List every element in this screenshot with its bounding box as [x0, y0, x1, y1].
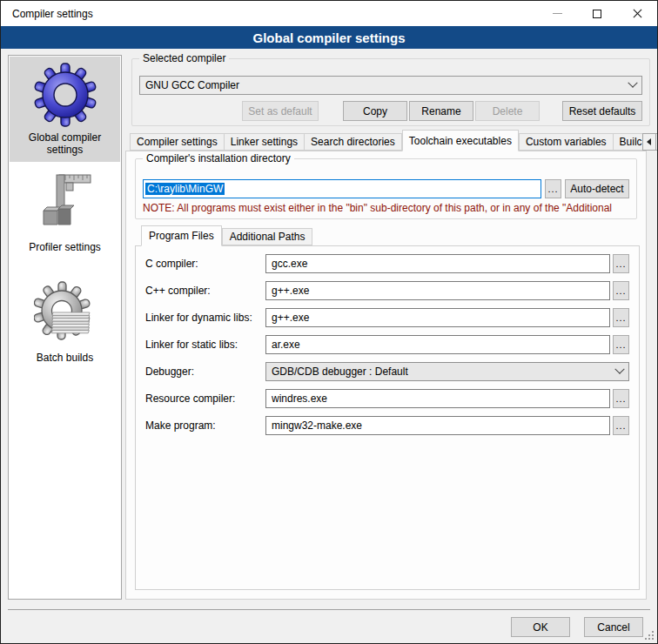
static-linker-label: Linker for static libs:: [145, 339, 265, 351]
maximize-button[interactable]: [577, 1, 617, 26]
tab-toolchain-executables[interactable]: Toolchain executables: [402, 130, 519, 151]
dynamic-linker-input[interactable]: [265, 308, 610, 327]
resource-compiler-browse-button[interactable]: ...: [613, 389, 629, 408]
compiler-select-value: GNU GCC Compiler: [145, 79, 629, 91]
maximize-icon: [593, 10, 601, 18]
window-title: Compiler settings: [1, 8, 93, 20]
c-compiler-label: C compiler:: [145, 258, 265, 270]
sidebar-item-label: Global compiler settings: [10, 131, 120, 156]
footer-divider: [8, 609, 650, 610]
reset-defaults-button[interactable]: Reset defaults: [562, 101, 642, 121]
ok-button[interactable]: OK: [511, 617, 570, 637]
debugger-select-value: GDB/CDB debugger : Default: [272, 366, 616, 378]
minimize-button[interactable]: [537, 1, 577, 26]
tab-search-directories[interactable]: Search directories: [305, 133, 402, 151]
installation-directory-input[interactable]: C:\raylib\MinGW: [143, 179, 541, 198]
grip-dot: [652, 638, 654, 640]
minimize-icon: [553, 13, 562, 14]
toolchain-executables-page: Compiler's installation directory C:\ray…: [125, 151, 647, 600]
c-compiler-browse-button[interactable]: ...: [613, 254, 629, 273]
field-row-c-compiler: C compiler: ...: [145, 254, 629, 273]
installation-directory-note: NOTE: All programs must exist either in …: [143, 202, 634, 214]
grip-dot: [648, 638, 650, 640]
tab-compiler-settings[interactable]: Compiler settings: [130, 133, 225, 151]
close-button[interactable]: [617, 1, 657, 26]
sidebar-item-label: Profiler settings: [10, 241, 120, 253]
program-subtabs: Program Files Additional Paths: [135, 226, 312, 245]
settings-category-list: Global compiler settings Profiler: [8, 55, 122, 600]
compiler-select[interactable]: GNU GCC Compiler: [139, 76, 642, 95]
grip-dot: [652, 631, 654, 633]
field-row-dynamic-linker: Linker for dynamic libs: ...: [145, 308, 629, 327]
cpp-compiler-browse-button[interactable]: ...: [613, 281, 629, 300]
make-program-input[interactable]: [265, 416, 610, 435]
installation-directory-value: C:\raylib\MinGW: [145, 183, 225, 195]
window-controls: [537, 1, 657, 26]
page-title: Global compiler settings: [1, 26, 657, 49]
static-linker-input[interactable]: [265, 335, 610, 354]
field-row-cpp-compiler: C++ compiler: ...: [145, 281, 629, 300]
static-linker-browse-button[interactable]: ...: [613, 335, 629, 354]
close-icon: [633, 9, 642, 18]
delete-button[interactable]: Delete: [475, 101, 540, 121]
chevron-down-icon: [628, 78, 637, 88]
make-program-label: Make program:: [145, 419, 265, 432]
tab-custom-variables[interactable]: Custom variables: [519, 133, 614, 151]
subtab-additional-paths[interactable]: Additional Paths: [222, 228, 313, 245]
field-row-make-program: Make program: ...: [145, 416, 629, 435]
tab-linker-settings[interactable]: Linker settings: [225, 133, 305, 151]
sidebar-item-profiler-settings[interactable]: Profiler settings: [10, 169, 120, 256]
auto-detect-button[interactable]: Auto-detect: [565, 179, 629, 198]
caliper-icon: [35, 171, 96, 231]
settings-content: Selected compiler GNU GCC Compiler Set a…: [125, 53, 652, 610]
copy-button[interactable]: Copy: [343, 101, 407, 121]
blue-gear-icon: [32, 62, 98, 128]
set-as-default-button[interactable]: Set as default: [242, 101, 319, 121]
selected-compiler-group: Selected compiler GNU GCC Compiler Set a…: [131, 58, 650, 126]
debugger-select[interactable]: GDB/CDB debugger : Default: [265, 362, 629, 381]
sidebar-item-global-compiler-settings[interactable]: Global compiler settings: [10, 57, 120, 162]
dynamic-linker-label: Linker for dynamic libs:: [145, 312, 265, 324]
chevron-down-icon: [614, 365, 624, 374]
grip-dot: [645, 638, 647, 640]
debugger-label: Debugger:: [145, 366, 265, 378]
resource-compiler-label: Resource compiler:: [145, 392, 265, 405]
arrow-left-icon: [647, 138, 651, 145]
field-row-static-linker: Linker for static libs: ...: [145, 335, 629, 354]
grip-dot: [648, 634, 650, 636]
field-row-resource-compiler: Resource compiler: ...: [145, 389, 629, 408]
titlebar[interactable]: Compiler settings: [1, 1, 657, 26]
compiler-settings-dialog: Compiler settings Global compiler settin…: [0, 0, 658, 644]
installation-directory-row: C:\raylib\MinGW ... Auto-detect: [143, 179, 629, 198]
rename-button[interactable]: Rename: [409, 101, 473, 121]
resize-grip[interactable]: [645, 631, 654, 640]
installation-directory-group: Compiler's installation directory C:\ray…: [135, 158, 637, 219]
sidebar-item-label: Batch builds: [10, 352, 120, 364]
compiler-buttons-row: Set as default Copy Rename Delete Reset …: [139, 101, 642, 121]
selected-compiler-group-label: Selected compiler: [139, 52, 229, 65]
tab-scroll-arrows: [642, 133, 658, 151]
settings-tabstrip: Compiler settings Linker settings Search…: [125, 131, 652, 151]
sidebar-item-batch-builds[interactable]: Batch builds: [10, 278, 120, 365]
dialog-body: Global compiler settings Profiler: [1, 49, 657, 643]
installation-directory-browse-button[interactable]: ...: [545, 179, 561, 198]
grip-dot: [652, 634, 654, 636]
tab-build-options-truncated[interactable]: Builc: [614, 133, 642, 151]
tab-scroll-left-button[interactable]: [642, 133, 656, 151]
field-row-debugger: Debugger: GDB/CDB debugger : Default: [145, 362, 629, 381]
dynamic-linker-browse-button[interactable]: ...: [613, 308, 629, 327]
program-files-page: C compiler: ... C++ compiler: ... Linker…: [135, 245, 640, 590]
make-program-browse-button[interactable]: ...: [613, 416, 629, 435]
cpp-compiler-input[interactable]: [265, 281, 610, 300]
installation-directory-label: Compiler's installation directory: [143, 152, 294, 165]
c-compiler-input[interactable]: [265, 254, 610, 273]
subtab-program-files[interactable]: Program Files: [141, 225, 222, 246]
cancel-button[interactable]: Cancel: [584, 617, 643, 637]
resource-compiler-input[interactable]: [265, 389, 610, 408]
cpp-compiler-label: C++ compiler:: [145, 285, 265, 297]
gray-gear-stack-icon: [34, 281, 97, 344]
